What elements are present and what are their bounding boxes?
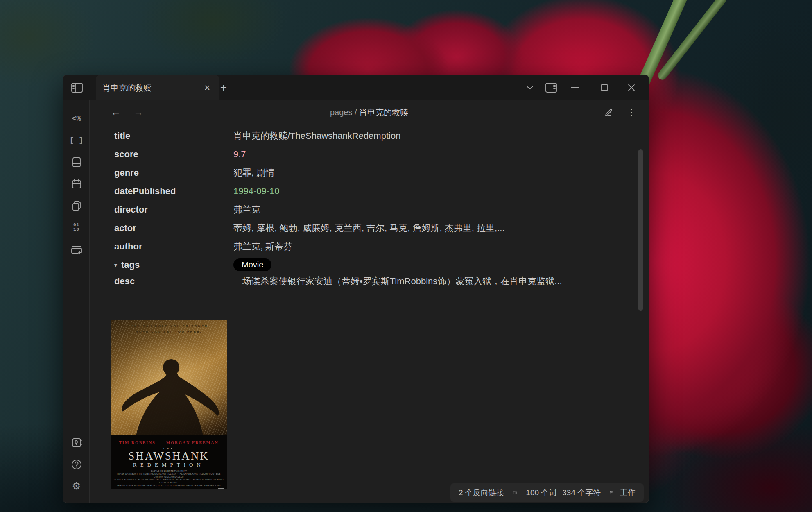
poster-title-sub: REDEMPTION [111, 462, 227, 468]
word-count: 100 个词 [526, 487, 556, 498]
char-count: 334 个字符 [562, 487, 601, 498]
maximize-icon [601, 84, 608, 91]
attribute-value[interactable]: 1994-09-10 [233, 186, 280, 197]
attribute-key[interactable]: desc [63, 274, 233, 287]
workspace-name[interactable]: 工作 [620, 487, 636, 498]
safe-lock-icon [71, 437, 82, 448]
toggle-right-dock-button[interactable] [543, 80, 559, 95]
attribute-key[interactable]: title [63, 131, 233, 141]
attribute-key-label: tags [121, 260, 140, 270]
chevron-down-icon [526, 86, 534, 90]
poster-footer-credit: FRANK DARABONT NIKI MARVIN FRANK DARABON… [143, 489, 205, 490]
toolbar-right-group: ⋮ [601, 105, 640, 120]
attribute-row-tags: ▾ tags Movie [63, 256, 640, 274]
help-icon [71, 459, 82, 470]
poster-actors: TIM ROBBINSMORGAN FREEMAN [111, 440, 227, 445]
breadcrumb[interactable]: pages / 肖申克的救赎 [90, 107, 649, 118]
attribute-row-datepublished: datePublished 1994-09-10 [63, 182, 640, 200]
breadcrumb-parent[interactable]: pages [330, 108, 353, 117]
attribute-key[interactable]: director [63, 204, 233, 215]
edit-mode-button[interactable] [601, 105, 617, 120]
workspace-icon[interactable] [610, 488, 613, 497]
pencil-icon [604, 107, 614, 117]
dock-item-settings[interactable]: ⚙ [63, 475, 90, 497]
tab-shawshank[interactable]: 肖申克的救赎 ✕ [96, 75, 219, 100]
maximize-button[interactable] [596, 80, 613, 95]
dock-bottom-group: ⚙ [63, 432, 90, 497]
dock-item-safe[interactable] [63, 432, 90, 453]
attribute-view: title 肖申克的救赎/TheShawshankRedemption scor… [63, 127, 640, 292]
desktop-wallpaper: 肖申克的救赎 ✕ + [0, 0, 812, 512]
attribute-value[interactable]: 弗兰克, 斯蒂芬 [233, 240, 292, 253]
attribute-row-desc: desc 一场谋杀案使银行家安迪（蒂姆•罗宾斯TimRobbins饰）蒙冤入狱，… [63, 274, 640, 292]
minimize-button[interactable] [567, 80, 583, 95]
tab-title: 肖申克的救赎 [102, 82, 201, 93]
attribute-value[interactable]: 蒂姆, 摩根, 鲍勃, 威廉姆, 克兰西, 吉尔, 马克, 詹姆斯, 杰弗里, … [233, 222, 504, 234]
attribute-value[interactable]: 犯罪, 剧情 [233, 167, 274, 179]
close-window-icon [628, 84, 635, 91]
attribute-value[interactable]: 肖申克的救赎/TheShawshankRedemption [233, 130, 400, 142]
document-menu-button[interactable]: ⋮ [623, 105, 640, 120]
template-icon: <% [72, 114, 81, 123]
attribute-key[interactable]: datePublished [63, 186, 233, 197]
close-tab-icon[interactable]: ✕ [201, 82, 213, 93]
poster-studio-logo: CASTLE ROCK [113, 489, 130, 490]
breadcrumb-current[interactable]: 肖申克的救赎 [359, 108, 408, 117]
poster-credits: CASTLE ROCK ENTERTAINMENT FRANK DARABONT… [111, 470, 227, 487]
poster-figure-silhouette [111, 352, 227, 438]
attribute-value: Movie [233, 258, 271, 271]
attribute-value[interactable]: 9.7 [233, 149, 246, 160]
toggle-left-dock-button[interactable] [68, 79, 86, 96]
attribute-key[interactable]: actor [63, 223, 233, 233]
backlinks-count[interactable]: 2 个反向链接 [459, 487, 504, 498]
attribute-key[interactable]: ▾ tags [63, 260, 233, 270]
vertical-scrollbar-thumb[interactable] [638, 149, 643, 311]
attribute-row-score: score 9.7 [63, 145, 640, 163]
minimize-icon [571, 87, 579, 88]
panel-left-icon [71, 82, 83, 93]
poster-tagline: FEAR CAN HOLD YOU PRISONER. HOPE CAN SET… [111, 324, 227, 334]
poster-title-block: TIM ROBBINSMORGAN FREEMAN THE SHAWSHANK … [111, 435, 227, 489]
poster-rating-box [218, 488, 224, 489]
attribute-key[interactable]: author [63, 241, 233, 252]
attribute-row-director: director 弗兰克 [63, 200, 640, 219]
tag-pill-movie[interactable]: Movie [233, 258, 271, 271]
attribute-key[interactable]: score [63, 149, 233, 160]
new-tab-button[interactable]: + [215, 80, 232, 95]
collapse-arrow-icon[interactable]: ▾ [114, 262, 117, 268]
attribute-row-author: author 弗兰克, 斯蒂芬 [63, 237, 640, 256]
attribute-row-title: title 肖申克的救赎/TheShawshankRedemption [63, 127, 640, 145]
poster-rain-scene: FEAR CAN HOLD YOU PRISONER. HOPE CAN SET… [111, 320, 227, 435]
app-window: 肖申克的救赎 ✕ + [63, 75, 649, 503]
open-book-icon[interactable] [513, 488, 517, 497]
attribute-key[interactable]: genre [63, 168, 233, 178]
panel-right-icon [545, 82, 557, 93]
breadcrumb-separator: / [355, 108, 357, 117]
close-window-button[interactable] [623, 80, 640, 95]
attribute-value[interactable]: 一场谋杀案使银行家安迪（蒂姆•罗宾斯TimRobbins饰）蒙冤入狱，在肖申克监… [233, 274, 566, 288]
poster-title-main: SHAWSHANK [111, 450, 227, 462]
poster-footer: CASTLE ROCK FRANK DARABONT NIKI MARVIN F… [111, 487, 227, 489]
attribute-value[interactable]: 弗兰克 [233, 204, 260, 216]
gear-icon: ⚙ [72, 480, 81, 492]
status-bar: 2 个反向链接 100 个词 334 个字符 工作 [450, 483, 644, 502]
attribute-row-actor: actor 蒂姆, 摩根, 鲍勃, 威廉姆, 克兰西, 吉尔, 马克, 詹姆斯,… [63, 219, 640, 237]
document-toolbar: ← → pages / 肖申克的救赎 ⋮ [90, 100, 649, 124]
more-windows-button[interactable] [522, 80, 538, 95]
attribute-row-genre: genre 犯罪, 剧情 [63, 163, 640, 182]
tab-bar: 肖申克的救赎 ✕ + [63, 75, 649, 100]
movie-poster-image[interactable]: FEAR CAN HOLD YOU PRISONER. HOPE CAN SET… [111, 320, 227, 489]
dock-item-help[interactable] [63, 453, 90, 475]
